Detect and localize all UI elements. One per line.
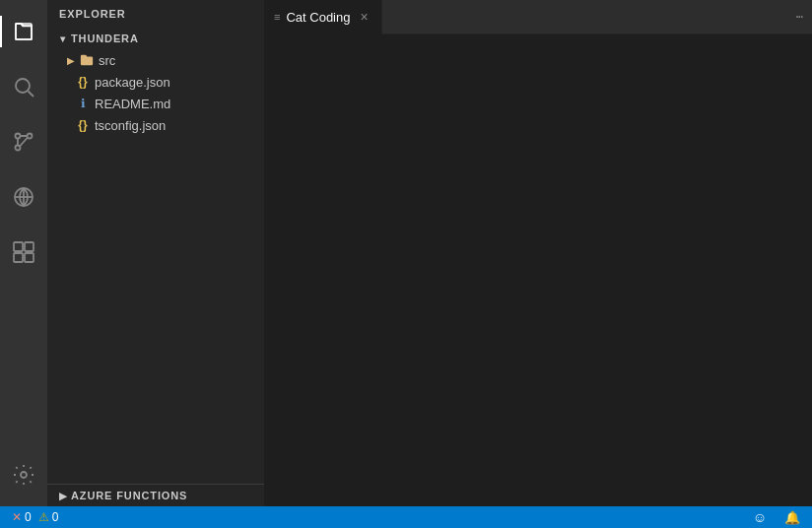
azure-arrow: ▶ [55,488,71,503]
file-icon-tsconfig: {} [75,117,91,133]
tree-arrow-thundera: ▾ [55,31,71,46]
tree-arrow-src: ▶ [63,52,79,68]
editor-area: ≡ Cat Coding × ··· [264,0,812,506]
folder-icon-src [79,52,95,68]
smiley-icon: ☺ [753,509,767,525]
file-icon-package-json: {} [75,74,91,90]
tree-item-tsconfig[interactable]: {} tsconfig.json [47,114,264,136]
tree-label-package-json: package.json [95,75,170,90]
activity-bar [0,0,47,506]
status-smiley[interactable]: ☺ [749,506,771,528]
activity-bottom [0,451,47,506]
svg-line-2 [29,92,34,98]
tree-root-folder[interactable]: ▾ THUNDERA [47,28,264,49]
svg-rect-11 [14,253,23,262]
tree-label-readme: README.md [95,97,170,111]
svg-point-5 [16,134,21,139]
file-icon-readme: ℹ [75,96,91,111]
tab-label-cat-coding: Cat Coding [286,10,350,25]
tree-label-src: src [99,53,115,68]
activity-icon-scm[interactable] [0,118,47,165]
tab-cat-coding[interactable]: ≡ Cat Coding × [264,0,382,34]
svg-point-13 [21,472,27,478]
sidebar: Explorer ▾ THUNDERA ▶ src {} package.j [47,0,264,506]
error-icon: ✕ [12,510,22,524]
activity-icon-files[interactable] [0,8,47,55]
svg-rect-9 [14,242,23,251]
tab-icon-cat-coding: ≡ [274,11,280,23]
tab-bar: ≡ Cat Coding × ··· [264,0,812,34]
warning-count: 0 [52,510,59,524]
activity-icon-extensions[interactable] [0,229,47,276]
azure-label: AZURE FUNCTIONS [71,490,187,501]
svg-point-1 [16,79,30,93]
activity-icon-search[interactable] [0,63,47,110]
status-errors[interactable]: ✕ 0 ⚠ 0 [8,506,62,528]
tree-root-label: THUNDERA [71,33,139,44]
tab-bar-more-button[interactable]: ··· [785,8,812,26]
tree-item-readme[interactable]: ℹ README.md [47,93,264,114]
azure-functions-section[interactable]: ▶ AZURE FUNCTIONS [47,485,264,506]
sidebar-header: Explorer [47,0,264,28]
tree-item-src[interactable]: ▶ src [47,49,264,71]
status-bell[interactable]: 🔔 [780,506,804,528]
status-bar: ✕ 0 ⚠ 0 ☺ 🔔 [0,506,812,528]
sidebar-footer: ▶ AZURE FUNCTIONS [47,484,264,506]
activity-icon-remote[interactable] [0,173,47,221]
tree-label-tsconfig: tsconfig.json [95,118,166,133]
status-left: ✕ 0 ⚠ 0 [8,506,62,528]
editor-content [264,34,812,506]
svg-rect-10 [25,242,34,251]
tab-close-cat-coding[interactable]: × [356,9,372,25]
status-right: ☺ 🔔 [749,506,804,528]
tree-item-package-json[interactable]: {} package.json [47,71,264,93]
svg-rect-12 [25,253,34,262]
bell-icon: 🔔 [784,510,800,525]
warning-icon: ⚠ [38,510,49,524]
settings-icon[interactable] [0,451,47,498]
app-container: Explorer ▾ THUNDERA ▶ src {} package.j [0,0,812,506]
sidebar-content: ▾ THUNDERA ▶ src {} package.json ℹ [47,28,264,484]
error-count: 0 [25,510,32,524]
